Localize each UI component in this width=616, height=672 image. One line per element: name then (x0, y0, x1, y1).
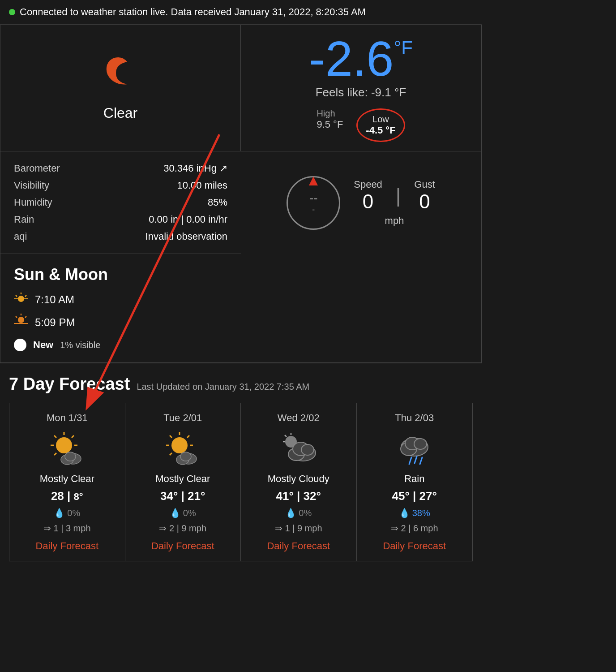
wind-unit: mph (354, 215, 435, 227)
svg-line-48 (420, 457, 422, 464)
connection-indicator (9, 9, 15, 15)
forecast-icon-1 (163, 428, 203, 469)
forecast-wind-0: ⇒ 1 | 3 mph (43, 523, 91, 534)
precip-drop-icon-1: 💧 (170, 508, 181, 518)
sunrise-time: 7:10 AM (35, 293, 74, 306)
forecast-wind-1: ⇒ 2 | 9 mph (159, 523, 206, 534)
wind-divider: | (396, 185, 401, 207)
high-label: High (317, 108, 343, 119)
wind-gust-label: Gust (414, 179, 435, 190)
compass-direction: -- (309, 191, 318, 205)
forecast-card-1: Tue 2/01 (125, 403, 241, 561)
svg-line-17 (72, 435, 74, 438)
forecast-grid: Mon 1/31 (9, 403, 473, 561)
moon-phase-row: New 1% visible (14, 339, 227, 351)
precip-drop-icon-0: 💧 (54, 508, 65, 518)
weather-condition-icon (103, 55, 138, 96)
forecast-day-0: Mon 1/31 (47, 412, 88, 424)
wind-speed-value: 0 (354, 190, 382, 213)
forecast-section: 7 Day Forecast Last Updated on January 3… (0, 363, 482, 568)
forecast-link-2[interactable]: Daily Forecast (267, 540, 330, 552)
forecast-precip-0: 💧 0% (54, 508, 80, 518)
svg-point-41 (301, 444, 314, 455)
moon-phase-label: New (33, 339, 53, 351)
svg-line-7 (25, 316, 26, 318)
sun-moon-grid: 7:10 AM 5:09 PM (14, 291, 227, 351)
svg-line-2 (25, 295, 26, 297)
forecast-temps-2: 41° | 32° (276, 489, 321, 503)
compass-arrow (309, 177, 318, 185)
forecast-card-2: Wed 2/02 Mo (241, 403, 357, 561)
forecast-day-1: Tue 2/01 (163, 412, 202, 424)
svg-point-22 (171, 437, 188, 453)
forecast-condition-0: Mostly Clear (40, 473, 94, 485)
forecast-temps-1: 34° | 21° (160, 489, 205, 503)
reading-barometer: Barometer 30.346 inHg ↗ (14, 163, 227, 174)
moon-phase-icon (14, 339, 26, 351)
reading-aqi: aqi Invalid observation (14, 231, 227, 242)
svg-line-27 (170, 435, 172, 438)
svg-line-15 (54, 435, 56, 438)
svg-line-29 (187, 435, 189, 438)
wind-gust-col: Gust 0 (414, 179, 435, 213)
svg-line-30 (170, 453, 172, 455)
sunset-time: 5:09 PM (35, 316, 75, 329)
status-text: Connected to weather station live. Data … (20, 6, 366, 18)
sunset-row: 5:09 PM (14, 314, 227, 331)
svg-line-37 (285, 435, 287, 437)
high-temp: High 9.5 °F (317, 108, 343, 142)
forecast-condition-2: Mostly Cloudy (268, 473, 329, 485)
weather-grid: Clear -2.6 °F Feels like: -9.1 °F High 9… (0, 25, 482, 363)
sunrise-row: 7:10 AM (14, 291, 227, 308)
forecast-card-0: Mon 1/31 (9, 403, 125, 561)
wind-speed-gust-row: Speed 0 | Gust 0 (354, 179, 435, 213)
moon-visible: 1% visible (60, 340, 100, 350)
forecast-day-3: Thu 2/03 (395, 412, 434, 424)
forecast-link-0[interactable]: Daily Forecast (35, 540, 98, 552)
low-value: -4.5 °F (366, 125, 395, 136)
svg-line-3 (16, 295, 17, 297)
sunrise-icon (14, 291, 28, 308)
svg-line-47 (415, 457, 417, 463)
forecast-updated: Last Updated on January 31, 2022 7:35 AM (137, 382, 309, 392)
readings-panel: Barometer 30.346 inHg ↗ Visibility 10.00… (0, 151, 241, 254)
wind-speed-col: Speed 0 (354, 179, 382, 213)
forecast-icon-2 (278, 428, 319, 469)
humidity-label: Humidity (14, 197, 68, 208)
wind-gust-value: 0 (414, 190, 435, 213)
forecast-condition-3: Rain (404, 473, 424, 485)
visibility-value: 10.00 miles (177, 180, 227, 191)
wind-compass: -- - (287, 176, 340, 230)
svg-line-46 (409, 457, 411, 464)
forecast-title: 7 Day Forecast (9, 375, 130, 394)
sun-moon-title: Sun & Moon (14, 265, 227, 284)
feels-like: Feels like: -9.1 °F (316, 86, 406, 99)
wind-readings: Speed 0 | Gust 0 mph (354, 179, 435, 227)
temperature-panel: -2.6 °F Feels like: -9.1 °F High 9.5 °F … (241, 25, 481, 151)
temperature-value: -2.6 (309, 34, 394, 83)
forecast-link-1[interactable]: Daily Forecast (151, 540, 214, 552)
rain-label: Rain (14, 214, 68, 225)
forecast-icon-0 (47, 428, 87, 469)
forecast-precip-3: 💧 38% (399, 508, 430, 518)
sun-moon-panel: Sun & Moon 7:10 AM (0, 254, 241, 362)
low-temp-box: Low -4.5 °F (356, 108, 405, 142)
aqi-value: Invalid observation (145, 231, 227, 242)
precip-drop-icon-2: 💧 (285, 508, 296, 518)
condition-label: Clear (103, 105, 137, 121)
forecast-icon-3 (394, 428, 435, 469)
wind-panel: -- - Speed 0 | Gust 0 mph (241, 151, 481, 254)
forecast-day-2: Wed 2/02 (278, 412, 320, 424)
forecast-precip-1: 💧 0% (170, 508, 196, 518)
svg-point-5 (18, 317, 24, 323)
rain-value: 0.00 in | 0.00 in/hr (149, 214, 227, 225)
forecast-link-3[interactable]: Daily Forecast (383, 540, 446, 552)
svg-line-8 (16, 316, 17, 318)
current-condition-panel: Clear (0, 25, 241, 151)
svg-point-10 (56, 437, 72, 453)
temperature-display: -2.6 °F (309, 34, 413, 83)
low-label: Low (366, 114, 395, 125)
compass-sub: - (312, 205, 315, 215)
barometer-label: Barometer (14, 163, 68, 174)
forecast-wind-2: ⇒ 1 | 9 mph (275, 523, 322, 534)
